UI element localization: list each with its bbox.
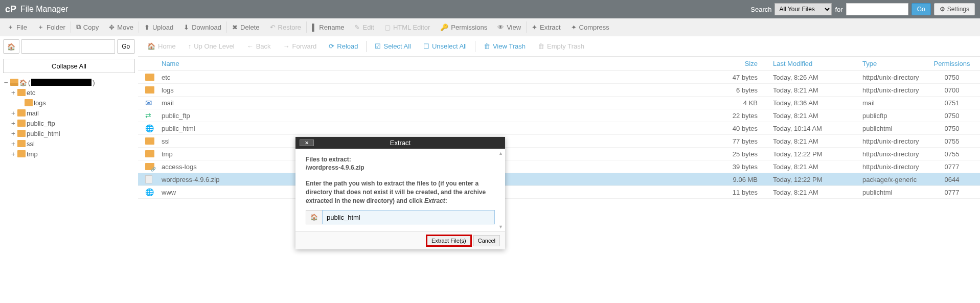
file-size: 11 bytes [717,189,758,196]
copy-icon: ⧉ [76,23,81,31]
tree-item-publichtml[interactable]: +public_html [10,128,135,138]
file-button[interactable]: ＋File [2,18,32,36]
table-row[interactable]: etc47 bytesToday, 8:26 AMhttpd/unix-dire… [138,71,980,84]
file-type: httpd/unix-directory [847,150,924,158]
view-trash-button[interactable]: 🗑View Trash [477,39,532,54]
table-row[interactable]: ssl77 bytesToday, 8:21 AMhttpd/unix-dire… [138,135,980,148]
settings-button[interactable]: Settings [934,3,975,15]
folder-icon [17,140,26,147]
file-size: 39 bytes [717,163,758,171]
tree-item-logs[interactable]: logs [17,98,135,108]
file-size: 22 bytes [717,112,758,120]
forward-icon: → [283,42,290,50]
search-input[interactable] [846,3,908,15]
extract-path-input[interactable] [322,210,495,224]
collapse-icon[interactable]: − [3,79,9,86]
tree-item-ssl[interactable]: +ssl [10,138,135,149]
table-row[interactable]: access-logs39 bytesToday, 8:21 AMhttpd/u… [138,160,980,173]
empty-trash-button[interactable]: 🗑Empty Trash [532,39,590,54]
path-home-button[interactable]: 🏠 [306,210,322,224]
upload-button[interactable]: ⬆Upload [139,18,178,36]
trash-icon: 🗑 [538,42,544,50]
expand-icon[interactable]: + [10,150,16,158]
nav-up[interactable]: ↑Up One Level [182,39,241,54]
col-modified[interactable]: Last Modified [758,60,847,67]
file-name: public_html [161,125,717,132]
table-row[interactable]: 🌐public_html40 bytesToday, 10:14 AMpubli… [138,122,980,135]
expand-icon[interactable]: + [10,140,16,148]
scroll-down-icon[interactable]: ▼ [498,224,503,229]
expand-icon[interactable]: + [10,130,16,137]
folder-button[interactable]: ＋Folder [32,18,71,36]
col-permissions[interactable]: Permissions [924,60,980,67]
file-size: 4 KB [717,99,758,107]
rename-button[interactable]: ▌Rename [307,18,349,36]
dialog-titlebar[interactable]: ✕ Extract [295,137,505,149]
file-type: publicftp [847,112,924,120]
folder-icon [17,150,26,157]
scroll-up-icon[interactable]: ▲ [498,151,503,156]
table-row[interactable]: ✉mail4 KBToday, 8:36 AMmail0751 [138,97,980,109]
path-input[interactable] [21,39,115,54]
file-type: httpd/unix-directory [847,163,924,171]
file-modified: Today, 8:21 AM [758,112,847,120]
extract-button[interactable]: ✦Extract [527,18,565,36]
tree-item-mail[interactable]: +mail [10,108,135,118]
nav-back[interactable]: ←Back [241,39,277,54]
file-type: package/x-generic [847,176,924,183]
nav-reload[interactable]: ⟳Reload [323,39,364,54]
file-modified: Today, 12:22 PM [758,150,847,158]
col-size[interactable]: Size [717,60,758,67]
compress-button[interactable]: ✦Compress [566,18,614,36]
collapse-all-button[interactable]: Collapse All [3,59,135,73]
view-button[interactable]: 👁View [492,18,526,36]
table-row[interactable]: tmp25 bytesToday, 12:22 PMhttpd/unix-dir… [138,148,980,160]
col-name[interactable]: Name [161,60,717,67]
table-row[interactable]: wordpress-4.9.6.zip9.06 MBToday, 12:22 P… [138,173,980,186]
expand-icon[interactable]: + [10,120,16,127]
expand-icon[interactable]: + [10,109,16,117]
file-size: 47 bytes [717,74,758,81]
file-permissions: 0755 [924,150,980,158]
table-row[interactable]: 🌐www11 bytesToday, 8:21 AMpublichtml0777 [138,186,980,199]
move-button[interactable]: ✥Move [104,18,139,36]
tree-root[interactable]: − () [3,77,135,87]
nav-home[interactable]: 🏠Home [141,39,182,54]
mail-icon: ✉ [145,98,152,108]
copy-button[interactable]: ⧉Copy [71,18,104,36]
nav-home-button[interactable]: 🏠 [3,39,19,54]
folder-icon [145,150,154,157]
extract-instruction: Enter the path you wish to extract the f… [306,179,495,205]
restore-button[interactable]: ↶Restore [265,18,307,36]
file-type: httpd/unix-directory [847,74,924,81]
file-type: httpd/unix-directory [847,137,924,145]
unselect-all-button[interactable]: ☐Unselect All [417,39,473,54]
search-label: Search [750,6,771,13]
folder-icon [17,120,26,127]
download-button[interactable]: ⬇Download [178,18,226,36]
table-row[interactable]: logs6 bytesToday, 8:21 AMhttpd/unix-dire… [138,84,980,97]
select-all-button[interactable]: ☑Select All [369,39,417,54]
move-icon: ✥ [109,24,115,31]
tree-item-publicftp[interactable]: +public_ftp [10,118,135,128]
tree-item-etc[interactable]: +etc [10,87,135,98]
html-editor-button[interactable]: ▢HTML Editor [379,18,435,36]
file-permissions: 0777 [924,189,980,196]
permissions-button[interactable]: 🔑Permissions [435,18,492,36]
file-type: mail [847,99,924,107]
extract-files-button[interactable]: Extract File(s) [426,235,471,246]
file-modified: Today, 8:21 AM [758,189,847,196]
delete-button[interactable]: ✖Delete [227,18,265,36]
col-type[interactable]: Type [847,60,924,67]
dialog-close-button[interactable]: ✕ [300,139,314,146]
app-title: File Manager [20,5,68,14]
edit-button[interactable]: ✎Edit [349,18,379,36]
search-go-button[interactable]: Go [911,3,931,15]
path-go-button[interactable]: Go [117,39,135,54]
tree-item-tmp[interactable]: +tmp [10,149,135,159]
nav-forward[interactable]: →Forward [277,39,323,54]
table-row[interactable]: ⇄public_ftp22 bytesToday, 8:21 AMpublicf… [138,109,980,122]
cancel-button[interactable]: Cancel [473,235,500,246]
search-scope-select[interactable]: All Your Files [774,3,832,15]
expand-icon[interactable]: + [10,89,16,97]
